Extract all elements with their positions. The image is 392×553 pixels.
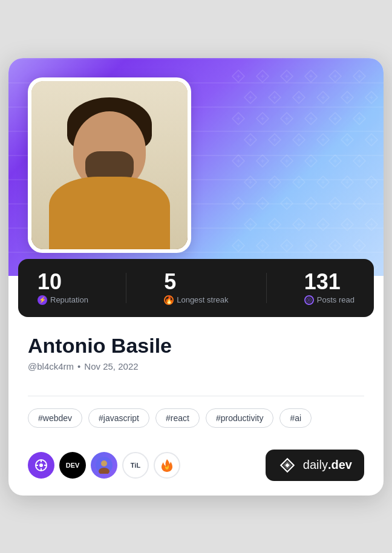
avatar bbox=[28, 77, 191, 253]
photo-bg bbox=[31, 81, 188, 249]
posts-label: ◎ Posts read bbox=[304, 295, 354, 305]
tag-react[interactable]: #react bbox=[155, 408, 200, 428]
profile-join-date: Nov 25, 2022 bbox=[84, 361, 138, 371]
tag-ai[interactable]: #ai bbox=[279, 408, 312, 428]
streak-value: 5 bbox=[164, 271, 228, 293]
daily-dev-icon bbox=[278, 456, 297, 475]
stats-bar: 10 ⚡ Reputation 5 🔥 Longest streak 131 ◎… bbox=[18, 259, 374, 317]
community-icon-til[interactable]: TiL bbox=[122, 452, 149, 479]
stat-streak: 5 🔥 Longest streak bbox=[164, 271, 228, 305]
stat-posts: 131 ◎ Posts read bbox=[304, 271, 354, 305]
tag-productivity[interactable]: #productivity bbox=[206, 408, 274, 428]
brand-dev: .dev bbox=[328, 458, 352, 472]
hero-section bbox=[8, 58, 384, 276]
reputation-value: 10 bbox=[38, 271, 88, 293]
streak-icon: 🔥 bbox=[164, 295, 174, 305]
profile-card: 10 ⚡ Reputation 5 🔥 Longest streak 131 ◎… bbox=[8, 58, 384, 496]
reputation-label-text: Reputation bbox=[50, 295, 88, 304]
tag-webdev[interactable]: #webdev bbox=[28, 408, 82, 428]
posts-label-text: Posts read bbox=[317, 295, 354, 304]
community-icon-dev[interactable]: DEV bbox=[59, 452, 86, 479]
profile-section: Antonio Basile @bl4ck4rm•Nov 25, 2022 bbox=[8, 317, 384, 384]
divider bbox=[28, 396, 364, 396]
stat-divider-1 bbox=[126, 273, 126, 303]
stat-reputation: 10 ⚡ Reputation bbox=[38, 271, 88, 305]
svg-point-1 bbox=[39, 463, 43, 467]
brand-daily: daily bbox=[303, 458, 328, 472]
profile-name: Antonio Basile bbox=[28, 334, 364, 358]
tag-javascript[interactable]: #javascript bbox=[88, 408, 149, 428]
community-icon-flame[interactable] bbox=[154, 452, 180, 479]
profile-dot: • bbox=[77, 361, 80, 371]
daily-dev-text: daily.dev bbox=[303, 458, 352, 472]
dev-label: DEV bbox=[66, 462, 80, 469]
posts-value: 131 bbox=[304, 271, 354, 293]
community-icon-crosshair[interactable] bbox=[28, 452, 54, 479]
community-icon-avatar[interactable] bbox=[91, 452, 117, 479]
streak-label-text: Longest streak bbox=[177, 295, 228, 304]
tags-section: #webdev #javascript #react #productivity… bbox=[8, 408, 384, 440]
stat-divider-2 bbox=[266, 273, 267, 303]
svg-point-7 bbox=[101, 460, 107, 466]
profile-meta: @bl4ck4rm•Nov 25, 2022 bbox=[28, 361, 364, 371]
footer: DEV TiL bbox=[8, 440, 384, 496]
reputation-label: ⚡ Reputation bbox=[38, 295, 88, 305]
til-label: TiL bbox=[131, 462, 140, 469]
reputation-icon: ⚡ bbox=[38, 295, 47, 305]
community-icons: DEV TiL bbox=[28, 452, 180, 479]
posts-icon: ◎ bbox=[304, 295, 314, 305]
avatar-inner bbox=[31, 81, 188, 249]
daily-dev-logo: daily.dev bbox=[266, 450, 364, 481]
photo-body bbox=[49, 177, 170, 249]
streak-label: 🔥 Longest streak bbox=[164, 295, 228, 305]
profile-handle: @bl4ck4rm bbox=[28, 361, 74, 371]
